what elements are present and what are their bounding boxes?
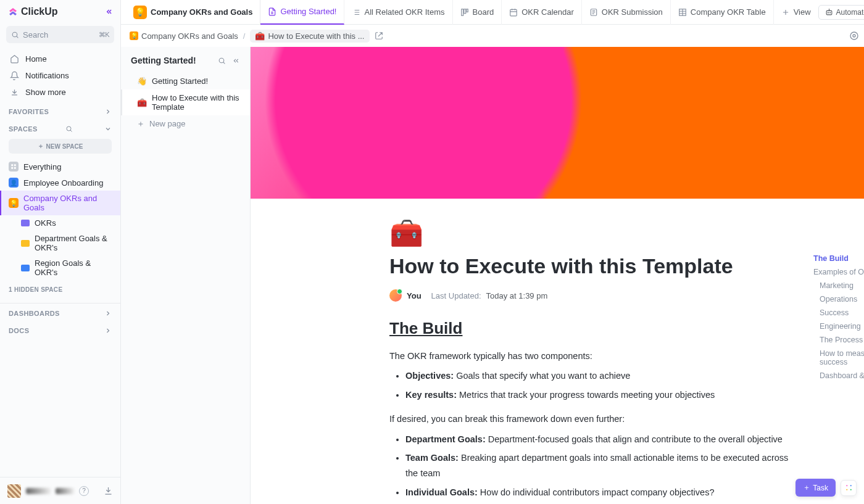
toc-item-operations[interactable]: Operations xyxy=(813,292,864,306)
list-item[interactable]: Department Goals: Department-focused goa… xyxy=(405,432,803,447)
chevron-down-icon[interactable] xyxy=(104,125,112,133)
apps-fab[interactable] xyxy=(841,480,857,496)
updated-label: Last Updated: xyxy=(431,291,481,300)
breadcrumb: 💡Company OKRs and Goals / 🧰How to Execut… xyxy=(121,25,864,47)
sidebar-footer: ? xyxy=(0,477,120,504)
tab-submission[interactable]: OKR Submission xyxy=(582,0,671,25)
search-icon[interactable] xyxy=(65,125,73,133)
bell-icon xyxy=(10,71,19,80)
tag-icon[interactable] xyxy=(849,31,859,41)
svg-point-1 xyxy=(67,126,71,131)
svg-rect-9 xyxy=(510,9,517,15)
svg-rect-2 xyxy=(11,164,13,166)
breakdown-list[interactable]: Department Goals: Department-focused goa… xyxy=(389,432,803,500)
clickup-icon xyxy=(7,6,19,17)
list-item[interactable]: Individual Goals: How do individual cont… xyxy=(405,485,803,500)
tab-calendar[interactable]: OKR Calendar xyxy=(502,0,582,25)
new-space-button[interactable]: ＋NEW SPACE xyxy=(9,139,112,154)
calendar-icon xyxy=(509,8,518,17)
author-avatar[interactable] xyxy=(389,289,402,302)
doc-icon xyxy=(268,7,276,16)
chevron-right-icon xyxy=(104,327,112,334)
space-employee-onboarding[interactable]: 👤Employee Onboarding xyxy=(0,175,120,191)
list-item[interactable]: Key results: Metrics that track your pro… xyxy=(405,387,803,403)
main-area: 💡 Company OKRs and Goals Getting Started… xyxy=(121,0,864,504)
blurred-text xyxy=(56,488,74,494)
nav-show-more[interactable]: Show more xyxy=(4,84,117,101)
svg-rect-8 xyxy=(466,9,467,12)
toc-item-process[interactable]: The Process xyxy=(813,333,864,347)
grid-icon xyxy=(10,163,17,170)
doc-title[interactable]: How to Execute with this Template xyxy=(389,254,803,278)
section-favorites[interactable]: FAVORITES xyxy=(0,102,120,119)
search-icon[interactable] xyxy=(218,57,226,65)
toc-item-build[interactable]: The Build xyxy=(813,252,864,265)
folder-okrs[interactable]: OKRs xyxy=(0,215,120,231)
app-logo[interactable]: ClickUp xyxy=(7,6,58,17)
svg-point-13 xyxy=(828,12,828,13)
section-docs[interactable]: DOCS xyxy=(0,321,120,338)
nav-notifications[interactable]: Notifications xyxy=(4,67,117,84)
breadcrumb-current[interactable]: 🧰How to Execute with this ... xyxy=(250,30,369,43)
doc-emoji[interactable]: 🧰 xyxy=(389,220,803,247)
automate-button[interactable]: Automate xyxy=(818,5,864,20)
breadcrumb-separator: / xyxy=(243,31,246,41)
tab-add-view[interactable]: View xyxy=(774,0,818,25)
tab-board[interactable]: Board xyxy=(453,0,502,25)
outline-item-getting-started[interactable]: 👋Getting Started! xyxy=(121,73,250,89)
hidden-spaces-label[interactable]: 1 HIDDEN SPACE xyxy=(0,280,120,299)
intro-paragraph[interactable]: The OKR framework typically has two comp… xyxy=(389,349,803,363)
collapse-panel-icon[interactable] xyxy=(232,57,240,65)
breadcrumb-root[interactable]: 💡Company OKRs and Goals xyxy=(130,31,238,41)
svg-point-29 xyxy=(846,489,847,490)
breadcrumb-actions xyxy=(849,31,864,41)
toc-item-dashboard[interactable]: Dashboard & Reporting xyxy=(813,369,864,382)
section-spaces[interactable]: SPACES xyxy=(0,119,120,136)
svg-point-30 xyxy=(850,489,851,490)
list-item[interactable]: Objectives: Goals that specify what you … xyxy=(405,368,803,384)
list-item[interactable]: Team Goals: Breaking apart department go… xyxy=(405,450,803,481)
search-icon xyxy=(11,31,19,39)
folder-department-goals[interactable]: Department Goals & OKR's xyxy=(0,231,120,255)
space-everything[interactable]: Everything xyxy=(0,159,120,175)
components-list[interactable]: Objectives: Goals that specify what you … xyxy=(389,368,803,402)
toc-item-engineering[interactable]: Engineering xyxy=(813,320,864,333)
toc-item-marketing[interactable]: Marketing xyxy=(813,279,864,292)
svg-point-0 xyxy=(12,32,17,37)
doc-scroll-area[interactable]: 🧰 How to Execute with this Template You … xyxy=(251,47,864,504)
svg-point-23 xyxy=(219,58,224,63)
collapse-sidebar-icon[interactable] xyxy=(104,7,113,16)
sidebar: ClickUp Search ⌘K Home Notifications Sho… xyxy=(0,0,121,504)
svg-rect-6 xyxy=(461,9,463,15)
further-paragraph[interactable]: If desired, you can break this framework… xyxy=(389,412,803,426)
nav-list: Home Notifications Show more xyxy=(0,49,120,102)
tab-all-related[interactable]: All Related OKR Items xyxy=(344,0,452,25)
outline-item-howto[interactable]: 🧰How to Execute with this Template xyxy=(121,89,250,115)
svg-point-14 xyxy=(829,12,830,13)
workspace-avatar[interactable] xyxy=(7,484,21,498)
search-input[interactable]: Search ⌘K xyxy=(6,26,114,43)
svg-rect-5 xyxy=(14,167,16,169)
toc-item-examples[interactable]: Examples of OKRs xyxy=(813,265,864,279)
svg-rect-7 xyxy=(463,9,465,13)
new-task-fab[interactable]: ＋Task xyxy=(795,479,836,497)
tab-getting-started[interactable]: Getting Started! xyxy=(260,0,344,25)
open-icon[interactable] xyxy=(375,31,383,40)
form-icon xyxy=(589,8,598,17)
tab-table[interactable]: Company OKR Table xyxy=(671,0,774,25)
folder-region-goals[interactable]: Region Goals & OKR's xyxy=(0,255,120,280)
outline-new-page[interactable]: New page xyxy=(121,115,250,132)
space-title[interactable]: 💡 Company OKRs and Goals xyxy=(126,0,260,25)
toc-item-success[interactable]: Success xyxy=(813,306,864,320)
cover-image[interactable] xyxy=(251,47,864,199)
help-icon[interactable]: ? xyxy=(79,486,89,496)
section-dashboards[interactable]: DASHBOARDS xyxy=(0,304,120,321)
search-shortcut: ⌘K xyxy=(99,31,109,39)
doc-outline-panel: Getting Started! 👋Getting Started! 🧰How … xyxy=(121,47,251,504)
nav-home[interactable]: Home xyxy=(4,51,117,67)
view-tabs: 💡 Company OKRs and Goals Getting Started… xyxy=(121,0,864,25)
download-icon[interactable] xyxy=(104,486,113,495)
space-company-okrs[interactable]: 💡Company OKRs and Goals xyxy=(0,191,120,215)
heading-the-build[interactable]: The Build xyxy=(389,319,803,338)
toc-item-measure[interactable]: How to measure OKR success xyxy=(813,347,864,369)
